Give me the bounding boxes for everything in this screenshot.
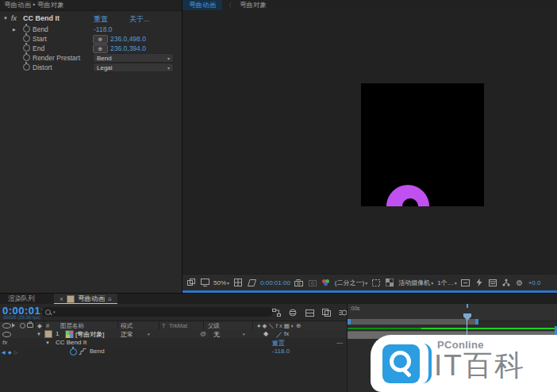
label-color-swatch[interactable]: [44, 330, 52, 338]
param-row-start: Start ⊕ 236.0,498.0: [0, 34, 182, 44]
comp-mini-flowchart-icon[interactable]: [271, 308, 281, 317]
effect-controls-tab[interactable]: 弯曲动画 • 弯曲对象: [0, 0, 190, 11]
gear-icon[interactable]: ⚙: [515, 278, 524, 287]
show-snapshot-icon[interactable]: [308, 278, 317, 287]
composition-frame: [361, 83, 484, 206]
tab-composition-active[interactable]: 弯曲动画: [182, 0, 222, 10]
effect-controls-panel: 弯曲动画 • 弯曲对象 ▼ fx CC Bend It 重置 关于... ▶ B…: [0, 0, 182, 293]
comp-swatch-icon: [67, 295, 75, 303]
flowchart-icon[interactable]: [501, 278, 511, 287]
tab-composition-inactive[interactable]: 弯曲对象: [235, 1, 271, 10]
fx-badge-icon: fx: [11, 14, 17, 22]
mask-visibility-icon[interactable]: [247, 278, 256, 287]
point-picker-icon[interactable]: ⊕: [93, 35, 108, 44]
panel-menu-icon[interactable]: ≡: [108, 295, 112, 303]
fast-previews-icon[interactable]: [474, 278, 484, 287]
reset-button[interactable]: 重置: [94, 14, 108, 25]
expand-triangle-icon[interactable]: ▶: [13, 27, 16, 32]
label-column-icon[interactable]: ◆: [37, 322, 42, 329]
parent-pickwhip-icon[interactable]: @: [200, 330, 206, 337]
tab-render-queue[interactable]: 渲染队列: [0, 294, 43, 304]
param-label: Start: [33, 35, 47, 43]
roi-icon[interactable]: [371, 278, 381, 287]
timeline-panel-icon[interactable]: [488, 278, 497, 287]
chevron-down-icon: ▾: [455, 281, 457, 286]
effect-name: CC Bend It: [23, 14, 60, 22]
close-icon[interactable]: ×: [60, 295, 63, 303]
trkmat-column-header[interactable]: TrkMat: [169, 322, 187, 329]
stopwatch-icon[interactable]: [70, 348, 77, 355]
stopwatch-icon[interactable]: [23, 25, 30, 33]
pixel-aspect-icon[interactable]: [461, 278, 471, 287]
param-value[interactable]: -118.0: [94, 25, 112, 33]
param-label: End: [33, 44, 44, 52]
work-area-bar[interactable]: [348, 319, 478, 325]
lock-column-icon[interactable]: [27, 323, 33, 328]
chevron-down-icon: ▾: [53, 309, 56, 314]
tab-timeline-active[interactable]: × 弯曲动画 ≡: [54, 294, 117, 304]
collapse-triangle-icon[interactable]: ▼: [3, 16, 8, 21]
render-prestart-dropdown[interactable]: Bend ▾: [93, 53, 174, 63]
work-area-end-handle[interactable]: [475, 319, 478, 325]
work-area-start-handle[interactable]: [348, 319, 351, 325]
search-input[interactable]: ▾: [41, 307, 273, 317]
channels-icon[interactable]: [321, 278, 331, 287]
stopwatch-icon[interactable]: [23, 63, 30, 71]
draft-3d-icon[interactable]: [288, 308, 298, 317]
composition-panel: 弯曲动画 〈 弯曲对象 50%▾: [182, 0, 557, 293]
graph-editor-icon[interactable]: [79, 348, 86, 355]
resolution-dropdown[interactable]: (二分之一)▾: [335, 279, 367, 287]
chevron-down-icon: ▾: [243, 332, 245, 336]
screen-icon[interactable]: [200, 278, 209, 287]
eye-icon[interactable]: [2, 332, 11, 337]
index-column-header[interactable]: #: [46, 322, 49, 329]
effect-name: CC Bend It: [56, 339, 86, 346]
panel-divider[interactable]: [182, 0, 182, 293]
about-link[interactable]: 关于...: [129, 14, 150, 25]
stopwatch-icon[interactable]: [23, 35, 30, 42]
timeline-left-pane: 0:00:01:00 00025 (25.00 fps) ▾: [0, 304, 347, 392]
camera-view-dropdown[interactable]: 活动摄像机▾: [398, 279, 433, 287]
frame-blending-icon[interactable]: [321, 308, 331, 317]
stopwatch-icon[interactable]: [23, 44, 30, 52]
keyframe-toggle-icon[interactable]: ◆: [8, 349, 12, 355]
eye-column-icon[interactable]: [2, 323, 11, 329]
snapshot-camera-icon[interactable]: [294, 278, 304, 287]
composition-viewport[interactable]: [182, 10, 557, 275]
rendered-frames-bar: [348, 328, 421, 329]
t-column-header[interactable]: T: [162, 322, 166, 329]
shy-layers-icon[interactable]: [305, 308, 314, 317]
property-name[interactable]: Bend: [90, 348, 105, 355]
prev-keyframe-icon[interactable]: ◀: [2, 349, 6, 355]
param-row-bend: ▶ Bend -118.0: [0, 25, 182, 34]
dropdown-value: Bend: [97, 55, 112, 62]
transparency-grid-icon[interactable]: [385, 278, 394, 287]
stopwatch-icon[interactable]: [23, 54, 30, 61]
grid-options-icon[interactable]: [233, 278, 243, 287]
exposure-value[interactable]: +0.0: [528, 279, 541, 286]
property-row-bend[interactable]: ◀ ◆ ▷ Bend -118.0: [0, 347, 347, 355]
param-row-end: End ⊕ 236.0,394.0: [0, 44, 182, 53]
audio-column-icon[interactable]: [12, 323, 17, 328]
solo-column-icon[interactable]: [20, 323, 25, 329]
distort-dropdown[interactable]: Legal ▾: [93, 63, 174, 72]
quality-switch-icon[interactable]: ◆: [263, 330, 268, 337]
fx-switch[interactable]: fx: [284, 330, 289, 337]
param-value[interactable]: 236.0,394.0: [110, 44, 146, 52]
viewer-lock-icon[interactable]: [186, 278, 196, 287]
layer-expand-triangle[interactable]: ▼: [36, 332, 41, 336]
property-value[interactable]: -118.0: [272, 348, 290, 355]
param-row-render-prestart: Render Prestart Bend ▾: [0, 53, 182, 63]
preview-time-display[interactable]: 0:00:01:00: [260, 279, 290, 286]
composition-tabbar: 弯曲动画 〈 弯曲对象: [182, 0, 557, 11]
view-layout-dropdown[interactable]: 1个…▾: [437, 279, 456, 287]
magnification-dropdown[interactable]: 50%▾: [213, 279, 229, 286]
next-keyframe-icon[interactable]: ▷: [14, 349, 18, 355]
param-value[interactable]: 236.0,498.0: [110, 35, 146, 43]
pconline-logo: [382, 344, 420, 383]
param-label: Distort: [33, 63, 52, 71]
effect-expand-triangle[interactable]: ▼: [45, 340, 50, 345]
bend-shape: [361, 83, 484, 206]
point-picker-icon[interactable]: ⊕: [93, 44, 108, 53]
effect-row[interactable]: fx ▼ CC Bend It 重置 —: [0, 338, 347, 347]
